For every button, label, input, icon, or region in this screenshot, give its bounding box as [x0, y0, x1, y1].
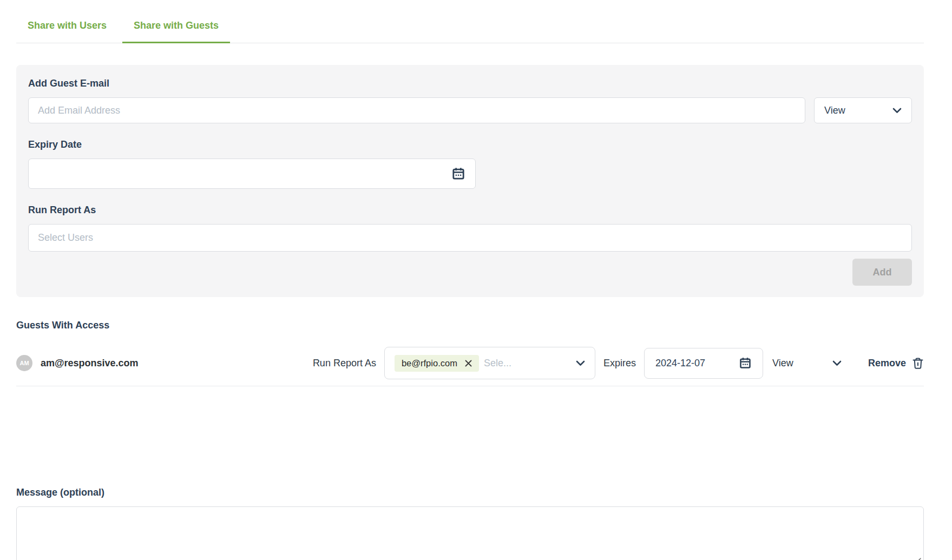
run-report-as-multiselect[interactable]: be@rfpio.com Sele... [384, 347, 595, 379]
message-textarea[interactable] [16, 506, 924, 560]
email-row: View [28, 97, 912, 123]
calendar-icon[interactable] [451, 167, 465, 181]
guests-with-access-title: Guests With Access [16, 320, 924, 331]
tab-share-with-guests[interactable]: Share with Guests [122, 11, 230, 43]
tab-bar: Share with Users Share with Guests [16, 0, 924, 43]
message-label: Message (optional) [16, 487, 924, 498]
add-guest-email-label: Add Guest E-mail [28, 78, 912, 89]
expiry-date-field [28, 159, 476, 189]
resize-handle-icon[interactable] [914, 556, 921, 560]
expires-date-field[interactable]: 2024-12-07 [644, 348, 763, 379]
guest-email-input[interactable] [28, 97, 805, 123]
add-button[interactable]: Add [852, 259, 912, 286]
expiry-date-input[interactable] [28, 159, 476, 189]
add-guest-panel: Add Guest E-mail View Expiry Date [16, 65, 924, 297]
remove-guest-button[interactable]: Remove [868, 357, 924, 370]
chevron-down-icon [576, 360, 585, 366]
tab-share-with-users[interactable]: Share with Users [16, 11, 118, 43]
chevron-down-icon [892, 108, 902, 114]
multiselect-placeholder: Sele... [484, 358, 511, 369]
expires-date-value: 2024-12-07 [655, 358, 705, 369]
row-permission-select[interactable]: View [772, 358, 842, 369]
run-report-as-select[interactable] [28, 224, 912, 252]
selected-user-tag: be@rfpio.com [395, 355, 479, 372]
selected-user-tag-label: be@rfpio.com [402, 358, 457, 368]
row-permission-value: View [772, 358, 793, 369]
remove-label: Remove [868, 358, 906, 369]
guest-row: AM am@responsive.com Run Report As be@rf… [16, 347, 924, 386]
avatar: AM [16, 355, 32, 371]
run-report-as-label: Run Report As [28, 205, 912, 216]
expiry-date-label: Expiry Date [28, 139, 912, 150]
calendar-icon[interactable] [739, 357, 752, 370]
permission-select-value: View [824, 105, 845, 116]
remove-tag-icon[interactable] [465, 360, 472, 367]
row-run-report-as-label: Run Report As [313, 358, 376, 369]
trash-icon [912, 357, 924, 370]
message-field [16, 506, 924, 560]
expires-label: Expires [603, 358, 636, 369]
share-dialog: Share with Users Share with Guests Add G… [16, 0, 924, 560]
chevron-down-icon [832, 360, 842, 366]
permission-select[interactable]: View [814, 97, 912, 123]
guest-email: am@responsive.com [41, 358, 139, 369]
add-button-row: Add [28, 259, 912, 286]
